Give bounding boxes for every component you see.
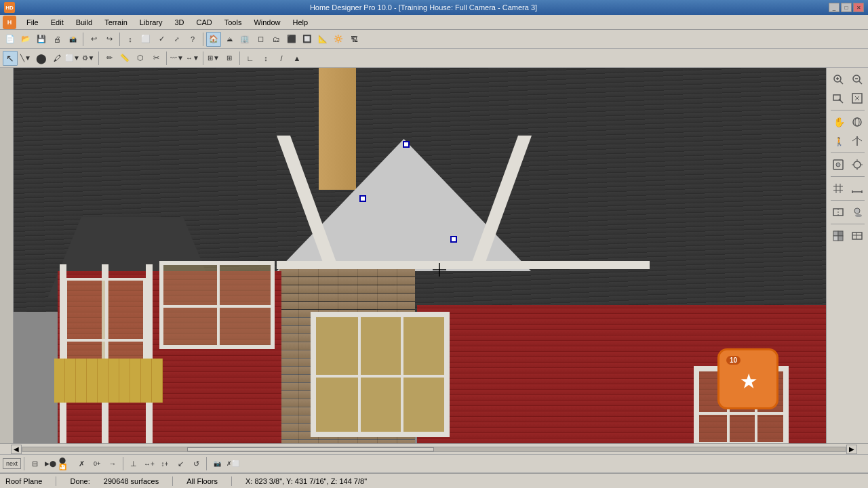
tb-select-obj[interactable]: ↖ [3,51,18,66]
tb-framing[interactable]: 🔲 [300,32,315,47]
sb-orbit[interactable] [848,113,866,131]
tb-elevation[interactable]: 🏢 [237,32,252,47]
tb-pencil[interactable]: ✏ [102,51,117,66]
sb-sep2 [831,152,865,153]
bt-cam-path[interactable]: 📷 [210,456,224,471]
selection-pt-top [403,141,410,148]
tb-grid-tool[interactable]: ⊞ [222,51,237,66]
sb-zoom-in[interactable] [829,70,847,88]
tb-redo[interactable]: ↪ [102,32,117,47]
sb-dimensions[interactable] [848,180,866,197]
sb-render[interactable] [829,156,847,174]
menu-3d[interactable]: 3D [168,16,190,28]
bt-perp[interactable]: ⊥ [126,456,141,471]
bt-move-down[interactable]: ↙ [173,456,188,471]
menu-cad[interactable]: CAD [190,16,218,28]
tb-box[interactable]: ⊞▼ [206,51,221,66]
watermark-number: 10 [726,356,741,365]
tb-3d-view[interactable]: ⛰ [222,32,237,47]
minimize-button[interactable]: _ [829,3,840,12]
tb-screenshot[interactable]: 📸 [65,32,80,47]
tb-measure[interactable]: 📏 [117,51,132,66]
tb-check[interactable]: ✓ [154,32,169,47]
sb-sep4 [831,200,865,201]
menu-build[interactable]: Build [70,16,98,28]
menu-help[interactable]: Help [287,16,315,28]
bt-markers[interactable]: ⬤🎦 [58,456,73,471]
sb-fit-all[interactable] [848,89,866,107]
menu-tools[interactable]: Tools [218,16,248,28]
scroll-right-btn[interactable]: ▶ [846,445,857,454]
tb-vertical[interactable]: ↕ [258,51,273,66]
sb-walk[interactable]: 🚶 [829,132,847,150]
sb-raytrace[interactable] [848,156,866,174]
menu-file[interactable]: File [20,16,45,28]
svg-text:🚶: 🚶 [834,136,844,146]
tb-new[interactable]: 📄 [3,32,18,47]
tb-help[interactable]: ? [185,32,200,47]
h-scrollbar[interactable]: ◀ ▶ [0,443,868,454]
tb-open[interactable]: 📂 [18,32,33,47]
sb-tilt[interactable] [848,132,866,150]
sb-cross-section[interactable] [829,203,847,221]
tb-select[interactable]: ⬜ [138,32,153,47]
tb-up[interactable]: ▲ [290,51,304,66]
tb-slope[interactable]: / [274,51,289,66]
tb-cut[interactable]: ✂ [149,51,163,66]
sb-pan[interactable]: ✋ [829,113,847,131]
menu-library[interactable]: Library [134,16,169,28]
tb-angle[interactable]: ∟ [243,51,258,66]
tb-save[interactable]: 💾 [34,32,49,47]
close-button[interactable]: ✕ [853,3,864,12]
tb-paint-tool[interactable]: 🖍 [50,51,64,66]
sb-materials[interactable] [829,227,847,245]
sb-grid[interactable] [829,180,847,197]
sb-zoom-rect[interactable] [829,89,847,107]
bsep3 [206,457,207,470]
bt-stretch-y[interactable]: ↕+ [157,456,172,471]
tb-print[interactable]: 🖨 [50,32,64,47]
tb-polygon[interactable]: ⬡ [133,51,148,66]
menu-bar: H File Edit Build Terrain Library 3D CAD… [0,15,868,30]
tb-lighting[interactable]: 🔆 [331,32,346,47]
tb-transform[interactable]: ⤢ [170,32,184,47]
bt-play-record[interactable]: ▶⬤ [43,456,58,471]
tb-camera-view[interactable]: 🏠 [206,32,221,47]
tb-spline[interactable]: 〰▼ [170,51,184,66]
tb-rectangle-tool[interactable]: ⬜▼ [65,51,80,66]
tb-section[interactable]: 🗂 [269,32,283,47]
viewport[interactable]: 10 ★ [14,68,826,443]
menu-window[interactable]: Window [248,16,286,28]
maximize-button[interactable]: □ [841,3,852,12]
scrollbar-thumb[interactable] [187,447,434,451]
bt-delete[interactable]: ✗⬜ [225,456,240,471]
sb-zoom-out[interactable] [848,70,866,88]
tb-foundation[interactable]: 📐 [315,32,330,47]
house-render[interactable]: 10 ★ [14,68,826,443]
tb-undo[interactable]: ↩ [86,32,101,47]
tb-settings-tool[interactable]: ⚙▼ [81,51,96,66]
sb-texture-mapping[interactable] [848,227,866,245]
tb-detail[interactable]: ⬛ [284,32,299,47]
app-menu-logo[interactable]: H [3,16,16,29]
bt-rotate-left[interactable]: ↺ [189,456,203,471]
bt-stretch-x[interactable]: ↔+ [142,456,157,471]
bt-counter[interactable]: 0+ [90,456,104,471]
menu-edit[interactable]: Edit [45,16,70,28]
tb-circle-tool[interactable]: ⬤ [34,51,49,66]
bt-forward[interactable]: → [105,456,120,471]
tb-move[interactable]: ↕ [123,32,138,47]
scroll-left-btn[interactable]: ◀ [11,445,22,454]
tb-floor-plan[interactable]: ◻ [253,32,268,47]
bt-cancel[interactable]: ✗ [74,456,89,471]
tb-dimension[interactable]: ↔▼ [185,51,200,66]
sb-shadow[interactable] [848,203,866,221]
bt-prev-frame[interactable]: ⊟ [27,456,42,471]
window-controls[interactable]: _ □ ✕ [829,3,864,12]
svg-point-37 [854,208,860,214]
scrollbar-track[interactable] [22,447,846,452]
tb-draw-line[interactable]: ╲▼ [18,51,33,66]
next-cam-btn[interactable]: next [3,458,21,469]
menu-terrain[interactable]: Terrain [98,16,134,28]
tb-overview[interactable]: 🏗 [347,32,361,47]
